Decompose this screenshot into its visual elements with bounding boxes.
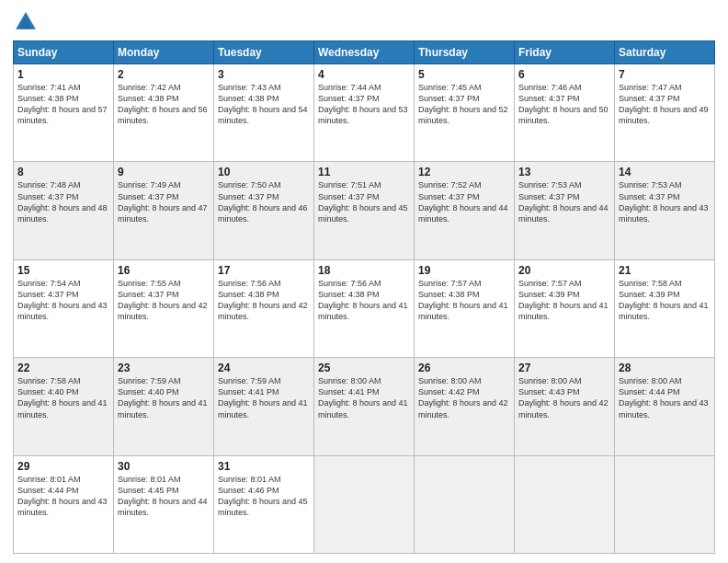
day-cell-26: 26Sunrise: 8:00 AMSunset: 4:42 PMDayligh… xyxy=(415,358,515,455)
day-number: 9 xyxy=(118,166,210,178)
weekday-monday: Monday xyxy=(114,41,214,64)
day-cell-30: 30Sunrise: 8:01 AMSunset: 4:45 PMDayligh… xyxy=(114,455,214,553)
day-cell-31: 31Sunrise: 8:01 AMSunset: 4:46 PMDayligh… xyxy=(214,455,314,553)
day-cell-14: 14Sunrise: 7:53 AMSunset: 4:37 PMDayligh… xyxy=(615,162,715,259)
day-info: Sunrise: 7:49 AMSunset: 4:37 PMDaylight:… xyxy=(118,179,210,224)
day-cell-24: 24Sunrise: 7:59 AMSunset: 4:41 PMDayligh… xyxy=(214,358,314,455)
day-number: 16 xyxy=(118,264,210,277)
day-info: Sunrise: 7:52 AMSunset: 4:37 PMDaylight:… xyxy=(418,179,510,224)
day-cell-11: 11Sunrise: 7:51 AMSunset: 4:37 PMDayligh… xyxy=(314,162,415,259)
day-number: 3 xyxy=(218,68,310,81)
day-number: 8 xyxy=(17,166,109,178)
weekday-saturday: Saturday xyxy=(615,41,715,64)
week-row-3: 15Sunrise: 7:54 AMSunset: 4:37 PMDayligh… xyxy=(14,259,715,357)
day-number: 22 xyxy=(17,362,109,374)
empty-cell xyxy=(415,455,515,553)
day-number: 12 xyxy=(418,166,510,178)
day-cell-8: 8Sunrise: 7:48 AMSunset: 4:37 PMDaylight… xyxy=(14,162,114,259)
day-number: 31 xyxy=(218,460,310,473)
page: SundayMondayTuesdayWednesdayThursdayFrid… xyxy=(0,0,728,563)
day-info: Sunrise: 7:47 AMSunset: 4:37 PMDaylight:… xyxy=(619,82,711,127)
day-info: Sunrise: 7:50 AMSunset: 4:37 PMDaylight:… xyxy=(218,179,310,224)
day-info: Sunrise: 7:54 AMSunset: 4:37 PMDaylight:… xyxy=(17,278,109,323)
day-info: Sunrise: 8:00 AMSunset: 4:43 PMDaylight:… xyxy=(518,375,610,420)
day-info: Sunrise: 7:43 AMSunset: 4:38 PMDaylight:… xyxy=(218,82,310,127)
day-info: Sunrise: 7:51 AMSunset: 4:37 PMDaylight:… xyxy=(318,179,410,224)
header xyxy=(13,9,715,35)
day-cell-17: 17Sunrise: 7:56 AMSunset: 4:38 PMDayligh… xyxy=(214,259,314,357)
day-info: Sunrise: 7:42 AMSunset: 4:38 PMDaylight:… xyxy=(118,82,210,127)
day-number: 27 xyxy=(518,362,610,374)
weekday-thursday: Thursday xyxy=(415,41,515,64)
day-info: Sunrise: 7:59 AMSunset: 4:41 PMDaylight:… xyxy=(218,375,310,420)
day-number: 24 xyxy=(218,362,310,374)
day-number: 25 xyxy=(318,362,410,374)
day-number: 14 xyxy=(619,166,711,178)
week-row-4: 22Sunrise: 7:58 AMSunset: 4:40 PMDayligh… xyxy=(14,358,715,455)
empty-cell xyxy=(515,455,615,553)
day-info: Sunrise: 8:01 AMSunset: 4:45 PMDaylight:… xyxy=(118,474,210,519)
day-number: 30 xyxy=(118,460,210,473)
day-info: Sunrise: 8:01 AMSunset: 4:44 PMDaylight:… xyxy=(17,474,109,519)
day-info: Sunrise: 7:57 AMSunset: 4:38 PMDaylight:… xyxy=(418,278,510,323)
day-info: Sunrise: 7:45 AMSunset: 4:37 PMDaylight:… xyxy=(418,82,510,127)
day-info: Sunrise: 8:00 AMSunset: 4:44 PMDaylight:… xyxy=(619,375,711,420)
day-cell-7: 7Sunrise: 7:47 AMSunset: 4:37 PMDaylight… xyxy=(615,64,715,162)
day-info: Sunrise: 7:57 AMSunset: 4:39 PMDaylight:… xyxy=(518,278,610,323)
day-cell-12: 12Sunrise: 7:52 AMSunset: 4:37 PMDayligh… xyxy=(415,162,515,259)
day-cell-9: 9Sunrise: 7:49 AMSunset: 4:37 PMDaylight… xyxy=(114,162,214,259)
weekday-tuesday: Tuesday xyxy=(214,41,314,64)
day-number: 2 xyxy=(118,68,210,81)
day-cell-22: 22Sunrise: 7:58 AMSunset: 4:40 PMDayligh… xyxy=(14,358,114,455)
day-number: 28 xyxy=(619,362,711,374)
day-number: 17 xyxy=(218,264,310,277)
day-cell-10: 10Sunrise: 7:50 AMSunset: 4:37 PMDayligh… xyxy=(214,162,314,259)
day-info: Sunrise: 7:46 AMSunset: 4:37 PMDaylight:… xyxy=(518,82,610,127)
day-cell-1: 1Sunrise: 7:41 AMSunset: 4:38 PMDaylight… xyxy=(14,64,114,162)
day-cell-6: 6Sunrise: 7:46 AMSunset: 4:37 PMDaylight… xyxy=(515,64,615,162)
day-cell-27: 27Sunrise: 8:00 AMSunset: 4:43 PMDayligh… xyxy=(515,358,615,455)
week-row-1: 1Sunrise: 7:41 AMSunset: 4:38 PMDaylight… xyxy=(14,64,715,162)
day-cell-29: 29Sunrise: 8:01 AMSunset: 4:44 PMDayligh… xyxy=(14,455,114,553)
day-number: 19 xyxy=(418,264,510,277)
day-cell-2: 2Sunrise: 7:42 AMSunset: 4:38 PMDaylight… xyxy=(114,64,214,162)
day-number: 23 xyxy=(118,362,210,374)
day-cell-18: 18Sunrise: 7:56 AMSunset: 4:38 PMDayligh… xyxy=(314,259,415,357)
day-info: Sunrise: 7:48 AMSunset: 4:37 PMDaylight:… xyxy=(17,179,109,224)
day-number: 20 xyxy=(518,264,610,277)
day-info: Sunrise: 7:58 AMSunset: 4:40 PMDaylight:… xyxy=(17,375,109,420)
day-cell-28: 28Sunrise: 8:00 AMSunset: 4:44 PMDayligh… xyxy=(615,358,715,455)
week-row-2: 8Sunrise: 7:48 AMSunset: 4:37 PMDaylight… xyxy=(14,162,715,259)
week-row-5: 29Sunrise: 8:01 AMSunset: 4:44 PMDayligh… xyxy=(14,455,715,553)
logo xyxy=(13,9,42,35)
day-info: Sunrise: 7:44 AMSunset: 4:37 PMDaylight:… xyxy=(318,82,410,127)
day-cell-19: 19Sunrise: 7:57 AMSunset: 4:38 PMDayligh… xyxy=(415,259,515,357)
day-info: Sunrise: 7:59 AMSunset: 4:40 PMDaylight:… xyxy=(118,375,210,420)
empty-cell xyxy=(314,455,415,553)
day-cell-13: 13Sunrise: 7:53 AMSunset: 4:37 PMDayligh… xyxy=(515,162,615,259)
day-info: Sunrise: 7:58 AMSunset: 4:39 PMDaylight:… xyxy=(619,278,711,323)
day-number: 11 xyxy=(318,166,410,178)
day-cell-5: 5Sunrise: 7:45 AMSunset: 4:37 PMDaylight… xyxy=(415,64,515,162)
day-info: Sunrise: 7:41 AMSunset: 4:38 PMDaylight:… xyxy=(17,82,109,127)
weekday-sunday: Sunday xyxy=(14,41,114,64)
day-cell-25: 25Sunrise: 8:00 AMSunset: 4:41 PMDayligh… xyxy=(314,358,415,455)
day-info: Sunrise: 7:56 AMSunset: 4:38 PMDaylight:… xyxy=(218,278,310,323)
day-number: 6 xyxy=(518,68,610,81)
day-info: Sunrise: 8:00 AMSunset: 4:42 PMDaylight:… xyxy=(418,375,510,420)
day-info: Sunrise: 7:55 AMSunset: 4:37 PMDaylight:… xyxy=(118,278,210,323)
day-cell-20: 20Sunrise: 7:57 AMSunset: 4:39 PMDayligh… xyxy=(515,259,615,357)
day-cell-16: 16Sunrise: 7:55 AMSunset: 4:37 PMDayligh… xyxy=(114,259,214,357)
day-number: 1 xyxy=(17,68,109,81)
day-number: 18 xyxy=(318,264,410,277)
day-cell-4: 4Sunrise: 7:44 AMSunset: 4:37 PMDaylight… xyxy=(314,64,415,162)
day-cell-21: 21Sunrise: 7:58 AMSunset: 4:39 PMDayligh… xyxy=(615,259,715,357)
day-info: Sunrise: 8:00 AMSunset: 4:41 PMDaylight:… xyxy=(318,375,410,420)
day-info: Sunrise: 7:53 AMSunset: 4:37 PMDaylight:… xyxy=(619,179,711,224)
day-number: 5 xyxy=(418,68,510,81)
day-number: 15 xyxy=(17,264,109,277)
day-number: 10 xyxy=(218,166,310,178)
calendar-table: SundayMondayTuesdayWednesdayThursdayFrid… xyxy=(13,40,715,554)
day-number: 21 xyxy=(619,264,711,277)
day-cell-23: 23Sunrise: 7:59 AMSunset: 4:40 PMDayligh… xyxy=(114,358,214,455)
